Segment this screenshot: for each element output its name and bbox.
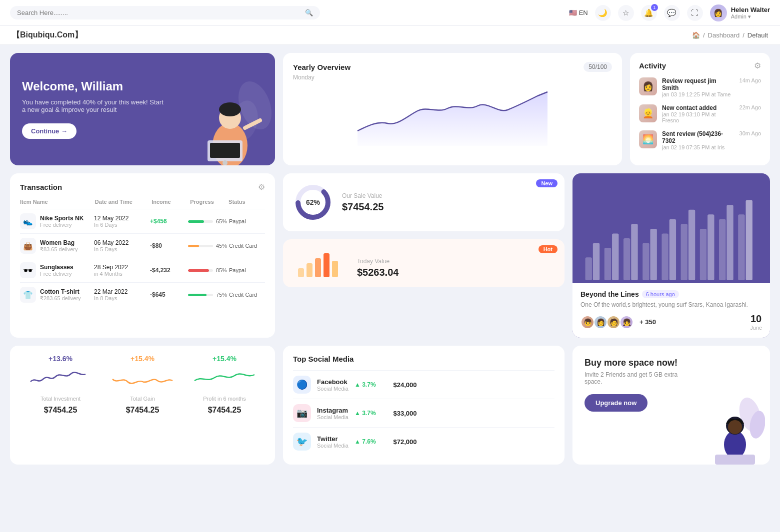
activity-item-title: Review request jim Smith <box>662 77 734 91</box>
date-main: 12 May 2022 <box>94 215 148 222</box>
item-icon: 🕶️ <box>20 262 36 278</box>
row-3: +13.6% Total Investment $7454.25 +15.4% … <box>10 346 770 465</box>
item-icon: 👟 <box>20 213 36 229</box>
svg-point-36 <box>724 431 746 459</box>
avatar-2: 👩 <box>594 315 608 329</box>
activity-item: 👱 New contact added jan 02 19 03:10 PM a… <box>639 104 761 123</box>
yearly-badge: 50/100 <box>584 62 612 72</box>
fullscreen-icon[interactable]: ⛶ <box>687 5 703 21</box>
progress-label: 65% <box>216 218 227 224</box>
welcome-card: Welcome, William You have completed 40% … <box>10 53 275 165</box>
language-selector[interactable]: 🇺🇸 EN <box>569 9 588 16</box>
svg-rect-27 <box>688 210 695 280</box>
activity-title: Activity <box>639 61 666 70</box>
mini-stat-pct: +15.4% <box>130 355 154 363</box>
item-name: Women Bag <box>40 239 78 246</box>
svg-point-7 <box>222 160 228 165</box>
svg-rect-11 <box>298 268 304 277</box>
date-sub: In 8 Days <box>94 295 148 301</box>
upgrade-illustration <box>685 390 765 465</box>
beyond-count: + 350 <box>640 318 656 326</box>
income-value: -$645 <box>150 291 186 298</box>
row-2: Transaction ⚙ Item Name Date and Time In… <box>10 173 770 338</box>
svg-rect-26 <box>681 224 688 280</box>
activity-thumb: 👱 <box>639 104 657 122</box>
beyond-desc: One Of the world,s brightest, young surf… <box>580 301 762 308</box>
upgrade-card: Buy more space now! Invite 2 Friends and… <box>572 346 770 465</box>
activity-item-title: New contact added <box>662 104 734 111</box>
activity-item: 👩 Review request jim Smith jan 03 19 12:… <box>639 77 761 97</box>
notification-badge: 1 <box>651 4 658 11</box>
item-sub: Free delivery <box>40 222 84 228</box>
upgrade-button[interactable]: Upgrade now <box>584 394 648 412</box>
breadcrumb-dashboard[interactable]: Dashboard <box>708 31 740 39</box>
item-sub: ₹83.65 delivery <box>40 246 78 253</box>
transaction-card: Transaction ⚙ Item Name Date and Time In… <box>10 173 275 338</box>
activity-item-sub: jan 02 19 07:35 PM at Iris <box>662 144 734 150</box>
social-type: Social Media <box>317 443 348 449</box>
beyond-info: Beyond the Lines 6 hours ago One Of the … <box>572 283 770 338</box>
col-status: Status <box>228 199 265 205</box>
donut-chart: 62% <box>293 182 333 222</box>
notification-bell[interactable]: 🔔 1 <box>641 5 657 21</box>
svg-rect-31 <box>726 205 733 280</box>
upgrade-title: Buy more space now! <box>584 358 758 368</box>
col-income: Income <box>152 199 188 205</box>
status-badge: Credit Card <box>229 292 265 298</box>
yearly-header: Yearly Overview 50/100 <box>293 62 612 72</box>
activity-text: Sent review (504)236-7302 jan 02 19 07:3… <box>662 130 734 150</box>
breadcrumb-default: Default <box>748 31 768 39</box>
activity-item-sub: jan 02 19 03:10 PM at Fresno <box>662 111 734 123</box>
row-1: Welcome, William You have completed 40% … <box>10 53 770 165</box>
activity-settings-icon[interactable]: ⚙ <box>754 61 761 70</box>
beyond-date: 10 <box>750 313 762 325</box>
breadcrumb: 🏠 / Dashboard / Default <box>692 31 768 39</box>
item-icon: 👜 <box>20 238 36 254</box>
activity-text: Review request jim Smith jan 03 19 12:25… <box>662 77 734 97</box>
progress-label: 45% <box>216 243 227 249</box>
dark-mode-toggle[interactable]: 🌙 <box>595 5 611 21</box>
mini-stat-label: Total Investment <box>40 396 80 402</box>
today-label: Today Value <box>357 258 398 265</box>
brand-name: 【Biqubiqu.Com】 <box>12 30 82 40</box>
social-row: 📷 Instagram Social Media ▲ 3.7% $33,000 <box>293 399 554 427</box>
donut-label: 62% <box>306 198 320 206</box>
chat-icon[interactable]: 💬 <box>664 5 680 21</box>
transaction-settings-icon[interactable]: ⚙ <box>258 182 265 192</box>
search-input[interactable] <box>17 9 301 16</box>
svg-rect-18 <box>604 248 611 280</box>
bar-chart-area <box>572 173 770 283</box>
item-sub: Free delivery <box>40 271 74 277</box>
income-value: -$80 <box>150 242 186 249</box>
table-row: 👕 Cotton T-shirt ₹283.65 delivery 22 Mar… <box>20 282 265 307</box>
continue-button[interactable]: Continue → <box>22 123 76 139</box>
progress-fill <box>188 220 204 223</box>
svg-rect-33 <box>746 200 752 280</box>
home-icon[interactable]: 🏠 <box>692 31 700 39</box>
svg-point-35 <box>748 410 765 440</box>
svg-rect-14 <box>324 253 330 277</box>
nav-icons: 🇺🇸 EN 🌙 ☆ 🔔 1 💬 ⛶ 👩 Helen Walter Admin ▾ <box>569 4 770 21</box>
item-info: 🕶️ Sunglasses Free delivery <box>20 262 92 278</box>
progress-cell: 65% <box>188 218 227 224</box>
svg-rect-16 <box>586 257 592 280</box>
progress-bar <box>188 245 213 247</box>
svg-rect-12 <box>306 263 312 277</box>
table-row: 👜 Women Bag ₹83.65 delivery 06 May 2022 … <box>20 233 265 258</box>
welcome-illustration <box>175 75 275 165</box>
social-value: $24,000 <box>382 381 417 389</box>
svg-rect-19 <box>612 233 618 280</box>
social-pct: ▲ 3.7% <box>354 381 376 388</box>
bookmark-icon[interactable]: ☆ <box>618 5 634 21</box>
user-name: Helen Walter <box>731 6 770 13</box>
search-bar[interactable]: 🔍 <box>10 6 320 19</box>
welcome-subtitle: You have completed 40% of your this week… <box>22 98 166 113</box>
social-row: 🔵 Facebook Social Media ▲ 3.7% $24,000 <box>293 370 554 399</box>
table-row: 👟 Nike Sports NK Free delivery 12 May 20… <box>20 209 265 233</box>
svg-point-37 <box>726 417 744 435</box>
yearly-subtitle: Monday <box>293 74 612 81</box>
status-badge: Credit Card <box>229 243 265 249</box>
user-profile[interactable]: 👩 Helen Walter Admin ▾ <box>710 4 770 21</box>
activity-item-title: Sent review (504)236-7302 <box>662 130 734 144</box>
svg-rect-28 <box>700 229 706 280</box>
